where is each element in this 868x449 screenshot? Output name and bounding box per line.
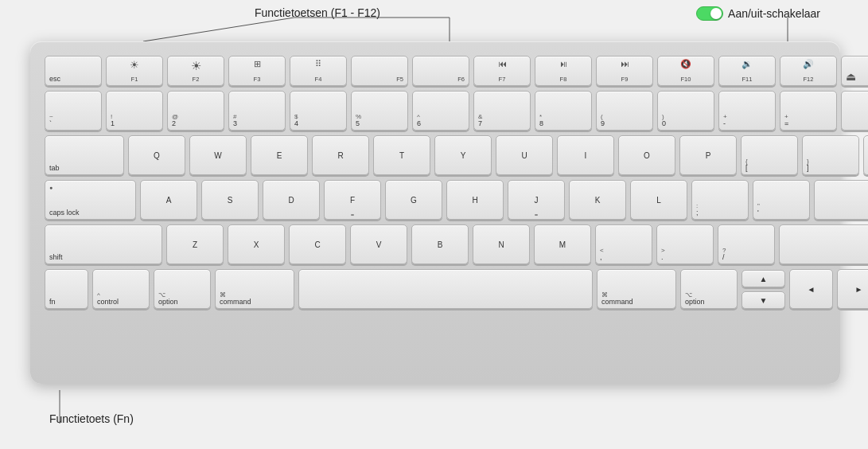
key-f4[interactable]: ⠿ F4 (290, 56, 347, 86)
key-arrow-right[interactable]: ► (837, 269, 868, 309)
key-7[interactable]: & 7 (473, 91, 531, 131)
key-rows: esc ☀ F1 ☀ F2 ⊞ F3 ⠿ F4 (45, 56, 826, 309)
key-9[interactable]: ( 9 (596, 91, 653, 131)
key-a[interactable]: A (140, 180, 197, 220)
key-f5[interactable]: F5 (351, 56, 408, 86)
key-eject[interactable]: ⏏ (841, 56, 868, 86)
key-v[interactable]: V (350, 224, 407, 264)
key-semicolon[interactable]: : ; (691, 180, 749, 220)
key-2[interactable]: @ 2 (167, 91, 224, 131)
key-arrow-left[interactable]: ◄ (789, 269, 833, 309)
fn-label: Functietoets (Fn) (49, 412, 134, 425)
key-command-left[interactable]: ⌘ command (215, 269, 294, 309)
key-o[interactable]: O (618, 135, 675, 175)
key-x[interactable]: X (228, 224, 285, 264)
key-shift-left[interactable]: shift (45, 224, 162, 264)
key-minus[interactable]: + - (718, 91, 776, 131)
bottom-row: fn ^ control ⌥ option ⌘ command ⌘ (45, 269, 826, 309)
key-tab[interactable]: tab (45, 135, 124, 175)
key-period[interactable]: > . (656, 224, 714, 264)
key-b[interactable]: B (411, 224, 469, 264)
keyboard: esc ☀ F1 ☀ F2 ⊞ F3 ⠿ F4 (30, 41, 840, 384)
key-3[interactable]: # 3 (228, 91, 286, 131)
key-comma[interactable]: < , (595, 224, 652, 264)
key-j[interactable]: J (508, 180, 565, 220)
lr-arrows: ◄ ► (789, 269, 868, 309)
key-0[interactable]: ) 0 (657, 91, 714, 131)
key-1[interactable]: ! 1 (106, 91, 163, 131)
key-6[interactable]: ^ 6 (412, 91, 469, 131)
key-e[interactable]: E (251, 135, 308, 175)
toggle-text: Aan/uit-schakelaar (728, 7, 820, 20)
key-q[interactable]: Q (128, 135, 185, 175)
key-f3[interactable]: ⊞ F3 (228, 56, 286, 86)
fkeys-label: Functietoetsen (F1 - F12) (255, 6, 380, 19)
key-f[interactable]: F (324, 180, 381, 220)
key-esc[interactable]: esc (45, 56, 102, 86)
key-n[interactable]: N (473, 224, 530, 264)
key-quote[interactable]: " ' (753, 180, 810, 220)
key-control[interactable]: ^ control (92, 269, 150, 309)
key-slash[interactable]: ? / (718, 224, 775, 264)
key-command-right[interactable]: ⌘ command (597, 269, 676, 309)
key-f7[interactable]: ⏮ F7 (473, 56, 531, 86)
key-shift-right[interactable]: shift (779, 224, 868, 264)
key-f1[interactable]: ☀ F1 (106, 56, 163, 86)
key-lbracket[interactable]: { [ (741, 135, 798, 175)
key-y[interactable]: Y (434, 135, 492, 175)
key-f12[interactable]: 🔊 F12 (780, 56, 837, 86)
arrow-cluster: ▲ ▼ (741, 270, 785, 309)
key-h[interactable]: H (446, 180, 504, 220)
key-equals[interactable]: + = (780, 91, 837, 131)
key-u[interactable]: U (496, 135, 553, 175)
toggle-label: Aan/uit-schakelaar (696, 6, 820, 21)
key-g[interactable]: G (385, 180, 442, 220)
key-m[interactable]: M (534, 224, 591, 264)
key-arrow-up[interactable]: ▲ (741, 270, 785, 287)
key-r[interactable]: R (312, 135, 369, 175)
key-return[interactable]: return (814, 180, 868, 220)
key-backtick[interactable]: ~ ` (45, 91, 102, 131)
key-option-left[interactable]: ⌥ option (154, 269, 211, 309)
key-fn[interactable]: fn (45, 269, 88, 309)
key-4[interactable]: $ 4 (290, 91, 347, 131)
key-t[interactable]: T (373, 135, 430, 175)
key-k[interactable]: K (569, 180, 626, 220)
key-backslash[interactable]: | \ (863, 135, 868, 175)
key-f9[interactable]: ⏭ F9 (596, 56, 653, 86)
key-p[interactable]: P (679, 135, 737, 175)
key-f10[interactable]: 🔇 F10 (657, 56, 714, 86)
diagram-container: Functietoetsen (F1 - F12) Aan/uit-schake… (0, 0, 868, 449)
key-8[interactable]: * 8 (535, 91, 592, 131)
key-s[interactable]: S (201, 180, 259, 220)
toggle-switch[interactable] (696, 6, 723, 21)
key-w[interactable]: W (189, 135, 247, 175)
key-spacebar[interactable] (298, 269, 593, 309)
key-rbracket[interactable]: } ] (802, 135, 859, 175)
key-d[interactable]: D (263, 180, 320, 220)
key-l[interactable]: L (630, 180, 687, 220)
key-f8[interactable]: ⏯ F8 (535, 56, 592, 86)
key-i[interactable]: I (557, 135, 614, 175)
key-option-right[interactable]: ⌥ option (680, 269, 738, 309)
key-f11[interactable]: 🔉 F11 (718, 56, 776, 86)
key-delete[interactable]: delete (841, 91, 868, 131)
key-arrow-down[interactable]: ▼ (741, 291, 785, 309)
key-z[interactable]: Z (166, 224, 224, 264)
key-f2[interactable]: ☀ F2 (167, 56, 224, 86)
key-capslock[interactable]: ● caps lock (45, 180, 136, 220)
fn-row: esc ☀ F1 ☀ F2 ⊞ F3 ⠿ F4 (45, 56, 826, 86)
asdf-row: ● caps lock A S D F G (45, 180, 826, 220)
zxcv-row: shift Z X C V B N (45, 224, 826, 264)
svg-line-0 (143, 18, 294, 41)
key-c[interactable]: C (289, 224, 346, 264)
num-row: ~ ` ! 1 @ 2 # 3 $ 4 (45, 91, 826, 131)
key-f6[interactable]: F6 (412, 56, 469, 86)
qwerty-row: tab Q W E R T Y (45, 135, 826, 175)
key-5[interactable]: % 5 (351, 91, 408, 131)
